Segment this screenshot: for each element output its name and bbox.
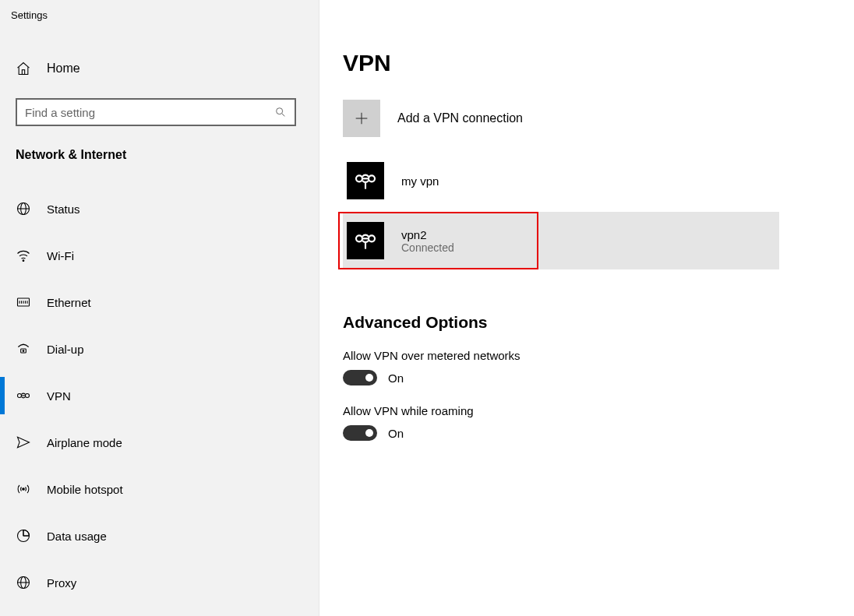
svg-point-1	[277, 108, 283, 114]
data-usage-icon	[16, 528, 31, 544]
sidebar-item-dialup[interactable]: Dial-up	[0, 330, 303, 368]
sidebar-item-label: Proxy	[47, 576, 76, 590]
svg-line-2	[282, 114, 284, 116]
sidebar-item-label: VPN	[47, 389, 71, 403]
dialup-icon	[16, 341, 31, 357]
hotspot-icon	[16, 481, 31, 497]
toggle-state: On	[388, 371, 404, 385]
vpn-icon	[16, 388, 31, 403]
toggle-switch-roaming[interactable]	[343, 425, 377, 441]
airplane-icon	[16, 435, 31, 450]
svg-point-6	[23, 260, 24, 262]
toggle-switch-metered[interactable]	[343, 370, 377, 385]
sidebar-item-datausage[interactable]: Data usage	[0, 517, 303, 554]
svg-point-25	[369, 235, 375, 241]
globe-icon	[16, 201, 31, 216]
window-title: Settings	[0, 0, 319, 28]
svg-point-22	[369, 175, 375, 181]
svg-point-24	[356, 235, 362, 241]
sidebar-item-proxy[interactable]: Proxy	[0, 564, 303, 601]
search-box[interactable]	[16, 98, 296, 126]
sidebar: Settings Home Network & Internet	[0, 0, 319, 616]
sidebar-item-vpn[interactable]: VPN	[0, 377, 303, 414]
sidebar-item-label: Status	[47, 202, 80, 216]
home-link[interactable]: Home	[16, 56, 303, 81]
sidebar-item-label: Ethernet	[47, 296, 91, 309]
nav-list: Status Wi-Fi	[0, 190, 303, 601]
svg-point-10	[18, 394, 22, 398]
sidebar-item-wifi[interactable]: Wi-Fi	[0, 237, 303, 274]
category-header: Network & Internet	[16, 148, 303, 162]
sidebar-item-label: Data usage	[47, 530, 107, 543]
toggle-state: On	[388, 427, 404, 440]
add-vpn-label: Add a VPN connection	[397, 111, 523, 125]
svg-point-21	[356, 175, 362, 181]
search-icon	[274, 106, 287, 118]
vpn-connection-name: vpn2	[401, 228, 454, 241]
home-icon	[16, 61, 31, 76]
main-panel: VPN Add a VPN connection my vpn	[319, 0, 854, 616]
svg-point-11	[26, 394, 30, 398]
sidebar-item-label: Wi-Fi	[47, 249, 74, 262]
home-label: Home	[47, 62, 80, 76]
plus-icon	[343, 100, 380, 137]
search-input[interactable]	[25, 106, 274, 119]
page-title: VPN	[343, 50, 854, 76]
toggle-label: Allow VPN over metered networks	[343, 349, 854, 362]
svg-point-9	[23, 350, 24, 352]
sidebar-item-status[interactable]: Status	[0, 190, 303, 227]
vpn-connection-status: Connected	[401, 241, 454, 254]
svg-point-12	[23, 488, 25, 491]
add-vpn-button[interactable]: Add a VPN connection	[343, 100, 854, 137]
advanced-header: Advanced Options	[343, 313, 854, 332]
vpn-connection-item[interactable]: my vpn	[343, 157, 854, 204]
vpn-icon	[347, 222, 384, 259]
sidebar-item-label: Dial-up	[47, 343, 84, 356]
vpn-icon	[347, 162, 384, 199]
proxy-icon	[16, 575, 31, 590]
sidebar-item-ethernet[interactable]: Ethernet	[0, 283, 303, 321]
sidebar-item-label: Airplane mode	[47, 436, 122, 449]
vpn-connection-item[interactable]: vpn2 Connected	[343, 212, 779, 269]
toggle-knob	[365, 374, 373, 382]
svg-rect-0	[22, 70, 24, 75]
toggle-knob	[365, 429, 373, 437]
sidebar-item-hotspot[interactable]: Mobile hotspot	[0, 470, 303, 508]
wifi-icon	[16, 248, 31, 263]
sidebar-content: Home Network & Internet	[0, 28, 319, 611]
sidebar-item-airplane[interactable]: Airplane mode	[0, 424, 303, 461]
vpn-connection-name: my vpn	[401, 174, 439, 188]
toggle-metered: Allow VPN over metered networks On	[343, 349, 854, 385]
ethernet-icon	[16, 294, 31, 310]
sidebar-item-label: Mobile hotspot	[47, 483, 123, 496]
toggle-label: Allow VPN while roaming	[343, 404, 854, 417]
toggle-roaming: Allow VPN while roaming On	[343, 404, 854, 441]
